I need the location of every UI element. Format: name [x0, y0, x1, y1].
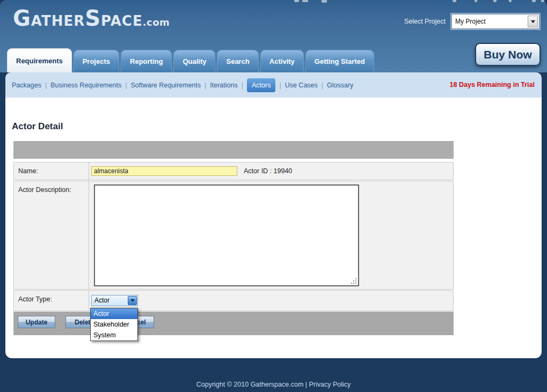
tab-quality[interactable]: Quality — [173, 50, 215, 72]
main-area: Actor Detail Name: Actor ID : 19940 Acto… — [5, 98, 542, 358]
actor-type-dropdown-list: Actor Stakeholder System — [90, 308, 138, 341]
name-row: Name: Actor ID : 19940 — [13, 162, 454, 180]
chevron-down-icon — [531, 20, 535, 23]
actor-type-row: Actor Type: Actor — [13, 290, 454, 311]
trial-remaining-notice: 18 Days Remaining in Trial — [450, 72, 535, 98]
cropped-toplink-fragment — [302, 0, 308, 2]
subnav-item-iterations[interactable]: Iterations — [210, 82, 237, 89]
buy-now-button[interactable]: Buy Now — [475, 43, 541, 66]
dropdown-option-stakeholder[interactable]: Stakeholder — [91, 319, 137, 330]
dropdown-option-system[interactable]: System — [91, 330, 137, 341]
form-button-bar: Update Delete Cancel — [13, 312, 454, 335]
actor-type-select[interactable]: Actor — [91, 295, 138, 306]
page-title: Actor Detail — [5, 98, 542, 132]
subnav-item-glossary[interactable]: Glossary — [327, 82, 353, 89]
actor-description-textarea[interactable] — [94, 184, 359, 286]
cropped-toplink-fragment — [541, 0, 544, 2]
tab-requirements[interactable]: Requirements — [7, 48, 72, 72]
dropdown-option-actor[interactable]: Actor — [91, 308, 137, 319]
separator: | — [275, 82, 285, 89]
chevron-down-icon — [130, 299, 135, 302]
cropped-toplink-fragment — [532, 0, 536, 2]
select-project-label: Select Project — [404, 18, 446, 25]
content-panel: Packages | Business Requirements | Softw… — [5, 72, 542, 358]
cropped-toplink-fragment — [475, 0, 477, 2]
privacy-policy-link[interactable]: Privacy Policy — [309, 381, 351, 388]
cropped-toplink-fragment — [509, 0, 512, 2]
app-header: GATHERSPACE.com Select Project My Projec… — [0, 0, 547, 72]
update-button[interactable]: Update — [18, 316, 55, 328]
cropped-toplink-fragment — [453, 0, 456, 2]
separator: | — [201, 82, 210, 89]
subnav-item-business-requirements[interactable]: Business Requirements — [50, 82, 121, 89]
cropped-toplink-fragment — [322, 0, 327, 3]
tab-projects[interactable]: Projects — [74, 50, 119, 72]
page-footer: Copyright © 2010 Gatherspace.com | Priva… — [0, 358, 547, 388]
actor-id-text: Actor ID : 19940 — [244, 167, 292, 175]
separator: | — [318, 82, 327, 89]
form-header-bar — [13, 141, 454, 159]
cropped-toplink-fragment — [294, 0, 299, 2]
copyright-text: Copyright © 2010 Gatherspace.com | — [196, 381, 307, 388]
project-select-value: My Project — [452, 14, 539, 28]
tab-getting-started[interactable]: Getting Started — [305, 50, 374, 72]
project-select[interactable]: My Project — [451, 14, 539, 29]
actor-type-select-arrow-button[interactable] — [128, 296, 137, 305]
logo-text: G — [13, 6, 31, 31]
resize-grip-icon[interactable] — [355, 283, 356, 284]
name-input[interactable] — [91, 166, 237, 176]
subnav-item-packages[interactable]: Packages — [12, 82, 41, 89]
actor-type-label: Actor Type: — [14, 291, 89, 310]
subnav-item-software-requirements[interactable]: Software Requirements — [130, 82, 201, 89]
description-row: Actor Description: — [13, 181, 454, 290]
actor-detail-form: Name: Actor ID : 19940 Actor Description… — [13, 141, 454, 335]
project-select-arrow-button[interactable] — [528, 16, 538, 27]
name-label: Name: — [14, 162, 89, 180]
separator: | — [238, 82, 247, 89]
tab-search[interactable]: Search — [217, 50, 258, 72]
subnav-item-use-cases[interactable]: Use Cases — [285, 82, 318, 89]
project-picker: Select Project My Project — [404, 14, 539, 29]
tab-reporting[interactable]: Reporting — [121, 50, 172, 72]
subnav-item-actors[interactable]: Actors — [247, 78, 275, 92]
separator: | — [41, 82, 50, 89]
gatherspace-logo[interactable]: GATHERSPACE.com — [13, 4, 170, 37]
separator: | — [121, 82, 130, 89]
sub-navigation: Packages | Business Requirements | Softw… — [5, 72, 542, 98]
cropped-toplink-fragment — [493, 0, 497, 2]
main-tab-bar: Requirements Projects Reporting Quality … — [7, 48, 374, 72]
tab-activity[interactable]: Activity — [260, 50, 304, 72]
description-label: Actor Description: — [14, 181, 89, 289]
